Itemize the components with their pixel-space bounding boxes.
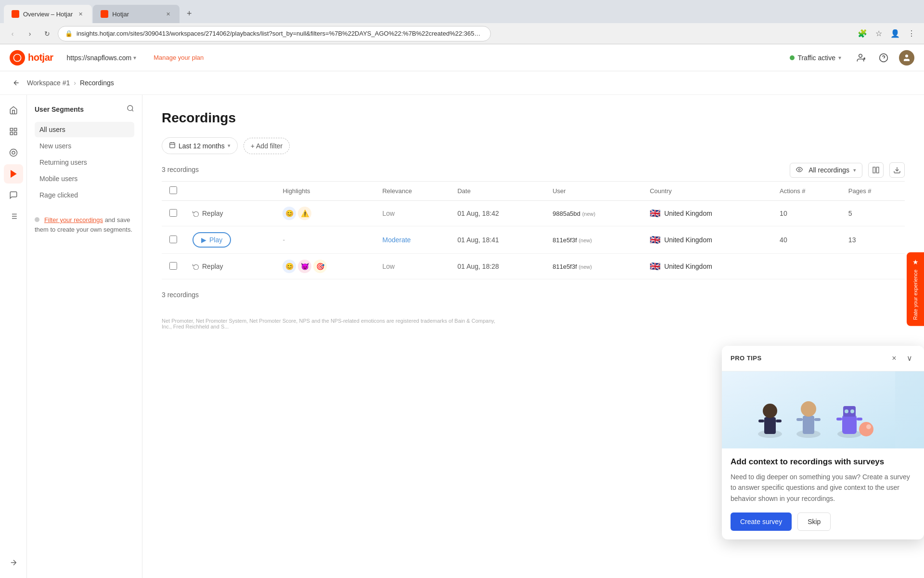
filter-link[interactable]: Filter your recordings: [44, 216, 103, 223]
bookmark-icon[interactable]: ☆: [872, 27, 886, 40]
svg-rect-5: [14, 132, 16, 135]
view-dropdown[interactable]: All recordings ▾: [790, 163, 862, 178]
svg-point-8: [12, 151, 15, 154]
row2-user: 811e5f3f (new): [552, 236, 592, 244]
skip-button[interactable]: Skip: [797, 512, 831, 531]
calendar-icon: [169, 142, 176, 150]
manage-plan-link[interactable]: Manage your plan: [154, 54, 204, 61]
breadcrumb-workspace: Workspace #1: [27, 79, 70, 87]
tab-close-2[interactable]: ✕: [164, 10, 172, 18]
row1-highlights: 😊 ⚠️: [282, 207, 367, 220]
segment-all-users[interactable]: All users: [35, 122, 134, 137]
date-header: Date: [449, 182, 545, 201]
traffic-active-indicator[interactable]: Traffic active ▾: [786, 52, 845, 64]
svg-rect-24: [876, 167, 879, 173]
user-avatar[interactable]: [899, 50, 914, 66]
pro-tips-close-button[interactable]: ×: [888, 353, 900, 364]
row3-highlight-1: 😊: [282, 260, 296, 273]
segments-sidebar: User Segments All users New users Return…: [27, 95, 142, 578]
create-survey-button[interactable]: Create survey: [731, 512, 792, 531]
svg-rect-30: [758, 420, 764, 422]
svg-point-34: [801, 401, 816, 417]
download-icon-button[interactable]: [889, 162, 905, 178]
table-row: Replay 😊 😈 🎯 Low 01: [162, 254, 905, 279]
help-icon[interactable]: [876, 50, 891, 66]
app-header: hotjar https://snapflows.com ▾ Manage yo…: [0, 44, 924, 71]
row2-checkbox[interactable]: [169, 236, 177, 243]
svg-rect-23: [873, 167, 875, 173]
filter-hint-text: Filter your recordings and save them to …: [35, 216, 132, 233]
logo-text: hotjar: [28, 52, 53, 63]
tab-close-1[interactable]: ✕: [77, 10, 84, 18]
select-all-checkbox[interactable]: [169, 186, 177, 194]
rate-experience-sidebar[interactable]: ★ Rate your experience: [907, 252, 924, 326]
tab-1[interactable]: Overview – Hotjar ✕: [4, 5, 92, 23]
row2-play-label: Play: [209, 236, 222, 244]
table-row: Replay 😊 ⚠️ Low 01 Aug, 18:42: [162, 201, 905, 226]
svg-rect-35: [796, 418, 803, 421]
sidebar-expand-button[interactable]: [4, 553, 23, 572]
tab-label-1: Overview – Hotjar: [23, 11, 73, 18]
reload-button[interactable]: ↻: [40, 27, 54, 40]
svg-rect-43: [857, 418, 862, 420]
site-selector[interactable]: https://snapflows.com ▾: [63, 52, 141, 64]
sidebar-feedback-button[interactable]: [4, 185, 23, 205]
menu-icon[interactable]: ⋮: [905, 27, 918, 40]
sidebar-dashboard-button[interactable]: [4, 122, 23, 141]
pro-tips-collapse-button[interactable]: ∨: [904, 353, 915, 364]
date-filter-button[interactable]: Last 12 months ▾: [162, 137, 238, 154]
tab-favicon-2: [101, 10, 108, 18]
footer-text: Net Promoter, Net Promoter System, Net P…: [162, 318, 499, 329]
tab-2[interactable]: Hotjar ✕: [93, 5, 180, 23]
row3-checkbox[interactable]: [169, 262, 177, 270]
row3-replay-button[interactable]: Replay: [192, 263, 267, 270]
svg-rect-42: [836, 418, 842, 420]
pro-tips-description: Need to dig deeper on something you saw?…: [731, 472, 915, 504]
date-filter-dropdown-icon: ▾: [228, 143, 231, 149]
segments-title: User Segments: [35, 105, 84, 113]
add-user-button[interactable]: [853, 50, 868, 66]
table-controls: All recordings ▾: [790, 162, 905, 178]
header-right: Traffic active ▾: [786, 50, 914, 66]
new-tab-button[interactable]: +: [182, 7, 196, 20]
pages-header: Pages #: [841, 182, 905, 201]
row2-play-button[interactable]: ▶ Play: [192, 232, 231, 248]
add-filter-label: + Add filter: [251, 142, 283, 150]
sidebar-recordings-button[interactable]: [4, 164, 23, 184]
sidebar-home-button[interactable]: [4, 101, 23, 120]
row1-flag: 🇬🇧: [650, 208, 660, 219]
segment-rage-clicked[interactable]: Rage clicked: [35, 187, 134, 203]
svg-rect-31: [776, 420, 782, 422]
svg-point-45: [866, 424, 871, 429]
site-url: https://snapflows.com: [67, 54, 132, 62]
breadcrumb: Workspace #1 › Recordings: [0, 71, 924, 95]
extensions-icon[interactable]: 🧩: [856, 27, 869, 40]
url-bar[interactable]: 🔒 insights.hotjar.com/sites/3090413/work…: [58, 26, 491, 41]
sidebar-heatmap-button[interactable]: [4, 143, 23, 162]
columns-icon-button[interactable]: [868, 162, 884, 178]
segments-search-button[interactable]: [127, 105, 134, 114]
pro-tips-header: PRO TIPS × ∨: [722, 346, 924, 371]
add-filter-button[interactable]: + Add filter: [244, 138, 290, 154]
view-dropdown-label: All recordings: [808, 166, 849, 174]
row2-highlights: -: [282, 236, 367, 244]
breadcrumb-back-button[interactable]: [10, 76, 23, 90]
segment-returning-users[interactable]: Returning users: [35, 155, 134, 170]
sidebar-surveys-button[interactable]: [4, 207, 23, 226]
svg-rect-28: [764, 417, 776, 434]
svg-point-22: [798, 169, 800, 171]
breadcrumb-separator: ›: [74, 79, 76, 87]
svg-rect-18: [170, 143, 175, 148]
row1-checkbox[interactable]: [169, 209, 177, 217]
profile-icon[interactable]: 👤: [888, 27, 902, 40]
row2-actions: 40: [780, 236, 787, 244]
back-button[interactable]: ‹: [6, 27, 19, 40]
filter-bar: Last 12 months ▾ + Add filter: [162, 137, 905, 154]
segment-new-users[interactable]: New users: [35, 138, 134, 154]
segment-mobile-users[interactable]: Mobile users: [35, 171, 134, 186]
rate-experience-label: Rate your experience: [912, 270, 918, 320]
forward-button[interactable]: ›: [23, 27, 37, 40]
svg-rect-3: [10, 128, 13, 131]
icon-sidebar: [0, 95, 27, 578]
row1-replay-button[interactable]: Replay: [192, 210, 267, 217]
